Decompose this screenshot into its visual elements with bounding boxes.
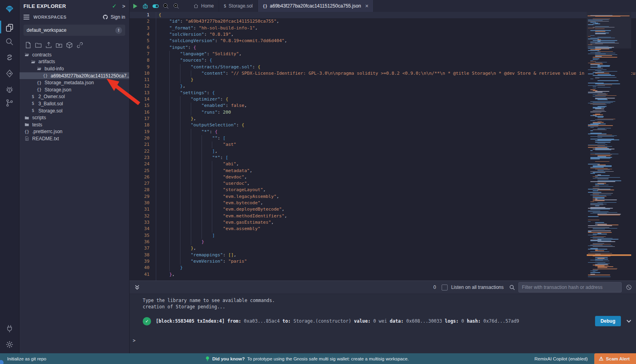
code-line-14[interactable]: "optimizer": { xyxy=(156,96,636,103)
code-line-38[interactable]: "remappings": [], xyxy=(156,252,636,258)
line-number[interactable]: 4 xyxy=(130,31,156,38)
line-number[interactable]: 33 xyxy=(130,219,156,226)
line-number[interactable]: 28 xyxy=(130,187,156,193)
tree-item-storage-metadata-json[interactable]: {}Storage_metadata.json xyxy=(19,79,129,86)
code-line-29[interactable]: "evm.legacyAssembly", xyxy=(156,194,636,200)
code-line-12[interactable]: }, xyxy=(156,83,636,89)
tree-item--prettierrc-json[interactable]: {}.prettierrc.json xyxy=(19,128,129,136)
settings-icon[interactable] xyxy=(0,338,19,351)
code-line-19[interactable]: "*": { xyxy=(156,129,636,135)
github-sign-in[interactable]: Sign in xyxy=(102,14,125,20)
line-number[interactable]: 15 xyxy=(130,103,156,109)
code-line-32[interactable]: "evm.methodIdentifiers", xyxy=(156,213,636,219)
close-tab-icon[interactable]: ✕ xyxy=(365,4,368,9)
line-number[interactable]: 31 xyxy=(130,206,156,213)
code-line-8[interactable]: "sources": { xyxy=(156,57,636,64)
code-line-6[interactable]: "input": { xyxy=(156,45,636,51)
line-number[interactable]: 41 xyxy=(130,271,156,278)
code-line-3[interactable]: "_format": "hh-sol-build-info-1", xyxy=(156,25,636,31)
code-line-24[interactable]: "abi", xyxy=(156,161,636,167)
tree-item-contracts[interactable]: contracts xyxy=(19,51,129,58)
line-number[interactable]: 27 xyxy=(130,180,156,187)
workspaces-menu-icon[interactable] xyxy=(23,14,29,21)
line-number[interactable]: 38 xyxy=(130,252,156,258)
tab-storage-sol[interactable]: SStorage.sol xyxy=(219,0,258,12)
code-line-40[interactable]: } xyxy=(156,265,636,271)
terminal-collapse-icon[interactable] xyxy=(134,285,140,290)
code-line-7[interactable]: "language": "Solidity", xyxy=(156,51,636,57)
code-line-4[interactable]: "solcVersion": "0.8.19", xyxy=(156,31,636,38)
tree-item-scripts[interactable]: scripts xyxy=(19,114,129,121)
debug-button[interactable]: Debug xyxy=(595,316,621,326)
code-line-41[interactable]: }, xyxy=(156,271,636,278)
code-line-5[interactable]: "solcLongVersion": "0.8.19+commit.7dd6d4… xyxy=(156,38,636,44)
solidity-compiler-icon[interactable] xyxy=(0,51,19,64)
zoom-in-icon[interactable] xyxy=(171,0,181,12)
code-line-30[interactable]: "evm.bytecode", xyxy=(156,200,636,206)
run-script-icon[interactable] xyxy=(130,0,140,12)
line-number[interactable]: 2 xyxy=(130,18,156,25)
code-line-33[interactable]: "evm.gasEstimates", xyxy=(156,219,636,226)
ipfs-import-icon[interactable] xyxy=(66,41,73,49)
code-line-21[interactable]: "ast" xyxy=(156,141,636,148)
code-line-10[interactable]: "content": "// SPDX-License-Identifier: … xyxy=(156,70,636,77)
tree-item-artifacts[interactable]: artifacts xyxy=(19,58,129,66)
listen-transactions-checkbox[interactable] xyxy=(442,285,448,290)
tree-item-a69b43f277ba20fcac141151250ca7-[interactable]: {}a69b43f277ba20fcac141151250ca7... xyxy=(19,72,129,79)
code-line-28[interactable]: "storageLayout", xyxy=(156,187,636,193)
debugger-icon[interactable] xyxy=(0,83,19,96)
line-number[interactable]: 5 xyxy=(130,38,156,44)
line-number[interactable]: 29 xyxy=(130,194,156,200)
clone-link-icon[interactable] xyxy=(76,41,83,49)
line-number[interactable]: 10 xyxy=(130,70,156,77)
upload-files-icon[interactable] xyxy=(45,41,52,49)
line-number[interactable]: 18 xyxy=(130,122,156,128)
line-number[interactable]: 14 xyxy=(130,96,156,103)
scam-alert-button[interactable]: ⚠ Scam Alert xyxy=(594,353,636,364)
code-line-11[interactable]: } xyxy=(156,77,636,83)
tree-item-2-owner-sol[interactable]: S2_Owner.sol xyxy=(19,93,129,101)
code-line-27[interactable]: "userdoc", xyxy=(156,180,636,187)
code-editor[interactable]: 1234567891011121314151617181920212223242… xyxy=(130,12,636,281)
line-number[interactable]: 26 xyxy=(130,174,156,180)
line-number[interactable]: 12 xyxy=(130,83,156,89)
code-line-1[interactable]: { xyxy=(156,12,636,18)
code-line-37[interactable]: }, xyxy=(156,245,636,252)
code-line-25[interactable]: "metadata", xyxy=(156,168,636,174)
chevron-right-icon[interactable]: > xyxy=(122,3,125,9)
code-line-18[interactable]: "outputSelection": { xyxy=(156,122,636,128)
remix-logo-icon[interactable] xyxy=(0,2,19,16)
line-number[interactable]: 40 xyxy=(130,265,156,271)
search-icon[interactable] xyxy=(509,285,515,290)
line-number[interactable]: 25 xyxy=(130,168,156,174)
code-line-17[interactable]: }, xyxy=(156,116,636,122)
terminal-prompt[interactable]: > xyxy=(133,338,136,343)
git-init-action[interactable]: Initialize as git repo xyxy=(7,356,46,361)
line-number[interactable]: 7 xyxy=(130,51,156,57)
create-new-folder-icon[interactable] xyxy=(35,41,42,49)
line-number[interactable]: 3 xyxy=(130,25,156,31)
line-number[interactable]: 16 xyxy=(130,109,156,116)
check-icon[interactable]: ✓ xyxy=(112,3,117,9)
code-line-20[interactable]: "": [ xyxy=(156,135,636,141)
tree-item-readme-txt[interactable]: README.txt xyxy=(19,135,129,142)
tree-item-storage-json[interactable]: {}Storage.json xyxy=(19,86,129,93)
clear-console-icon[interactable] xyxy=(626,284,632,290)
search-icon[interactable] xyxy=(0,35,19,48)
line-number[interactable]: 32 xyxy=(130,213,156,219)
minimap[interactable] xyxy=(587,12,631,281)
code-line-35[interactable]: ] xyxy=(156,232,636,239)
code-line-15[interactable]: "enabled": false, xyxy=(156,103,636,109)
line-number[interactable]: 30 xyxy=(130,200,156,206)
terminal-body[interactable]: Type the library name to see available c… xyxy=(130,294,636,354)
transaction-filter-input[interactable] xyxy=(518,282,622,292)
tree-item-tests[interactable]: tests xyxy=(19,121,129,128)
tab-a69b43f277ba20fcac141151250ca755-json[interactable]: {}a69b43f277ba20fcac141151250ca755.json✕ xyxy=(258,0,374,12)
line-number[interactable]: 23 xyxy=(130,155,156,161)
code-line-13[interactable]: "settings": { xyxy=(156,90,636,96)
code-line-39[interactable]: "evmVersion": "paris" xyxy=(156,258,636,265)
line-number[interactable]: 36 xyxy=(130,239,156,245)
line-number[interactable]: 11 xyxy=(130,77,156,83)
editor-toggle-icon[interactable] xyxy=(150,0,161,12)
ai-assistant-icon[interactable] xyxy=(140,0,150,12)
